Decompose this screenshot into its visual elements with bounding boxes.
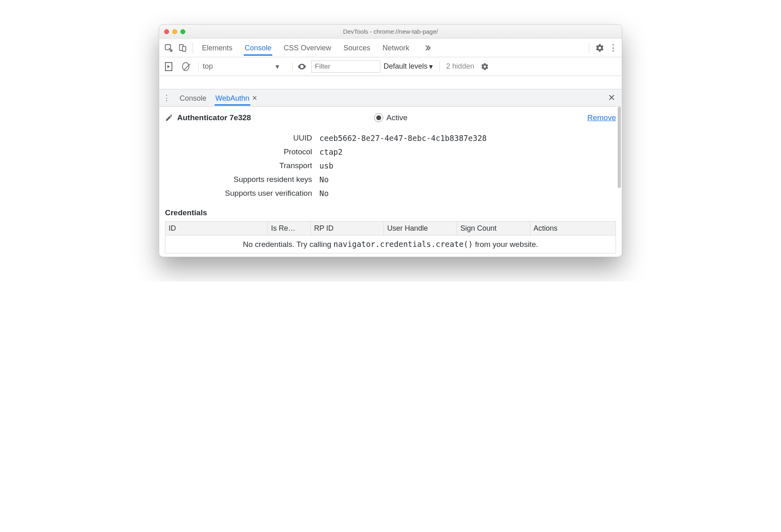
devtools-window: DevTools - chrome://new-tab-page/ Elemen… xyxy=(159,24,622,257)
divider xyxy=(193,43,193,53)
transport-key: Transport xyxy=(165,161,319,170)
protocol-key: Protocol xyxy=(165,147,319,156)
context-label: top xyxy=(203,62,213,71)
console-body xyxy=(159,76,622,89)
live-expression-eye-icon[interactable] xyxy=(296,62,308,71)
credentials-table: ID Is Re… RP ID User Handle Sign Count A… xyxy=(165,221,616,253)
divider xyxy=(589,43,589,53)
edit-pencil-icon[interactable] xyxy=(165,114,173,122)
empty-suffix: from your website. xyxy=(473,240,538,249)
close-drawer-icon[interactable]: ✕ xyxy=(608,93,615,103)
authenticator-header: Authenticator 7e328 Active Remove xyxy=(165,113,616,122)
filter-input[interactable] xyxy=(311,61,380,73)
divider xyxy=(439,61,440,72)
inspect-icon[interactable] xyxy=(162,41,176,55)
webauthn-panel: Authenticator 7e328 Active Remove UUID c… xyxy=(159,107,622,257)
window-title: DevTools - chrome://new-tab-page/ xyxy=(159,28,622,35)
console-toolbar: top ▾ Default levels▾ 2 hidden xyxy=(159,57,622,76)
remove-link[interactable]: Remove xyxy=(587,113,616,122)
console-sidebar-toggle-icon[interactable] xyxy=(162,60,176,74)
col-actions[interactable]: Actions xyxy=(530,222,616,235)
levels-label: Default levels xyxy=(384,62,427,71)
empty-code: navigator.credentials.create() xyxy=(334,240,473,249)
log-levels-selector[interactable]: Default levels▾ xyxy=(384,62,433,71)
col-rp-id[interactable]: RP ID xyxy=(311,222,384,235)
resident-key: Supports resident keys xyxy=(165,175,319,184)
hidden-messages-count[interactable]: 2 hidden xyxy=(446,62,474,71)
tab-console[interactable]: Console xyxy=(244,40,272,56)
empty-prefix: No credentials. Try calling xyxy=(243,240,334,249)
col-is-resident[interactable]: Is Re… xyxy=(268,222,311,235)
uuid-value: ceeb5662-8e27-4e47-8ebc-4c1b8387e328 xyxy=(319,134,616,143)
context-selector[interactable]: top ▾ xyxy=(198,62,293,71)
clear-console-icon[interactable] xyxy=(179,60,193,74)
more-tabs-chevron-icon[interactable] xyxy=(421,44,434,52)
uv-key: Supports user verification xyxy=(165,189,319,198)
resident-value: No xyxy=(319,175,616,184)
active-radio[interactable]: Active xyxy=(374,113,408,122)
credentials-table-header: ID Is Re… RP ID User Handle Sign Count A… xyxy=(165,222,616,236)
titlebar: DevTools - chrome://new-tab-page/ xyxy=(159,25,622,39)
close-tab-icon[interactable]: ✕ xyxy=(252,94,257,102)
drawer-tab-console[interactable]: Console xyxy=(179,90,207,106)
drawer-tab-webauthn[interactable]: WebAuthn xyxy=(215,90,250,106)
col-sign-count[interactable]: Sign Count xyxy=(457,222,530,235)
uv-value: No xyxy=(319,189,616,198)
transport-value: usb xyxy=(319,161,616,170)
console-settings-gear-icon[interactable] xyxy=(477,63,492,71)
authenticator-properties: UUID ceeb5662-8e27-4e47-8ebc-4c1b8387e32… xyxy=(165,134,616,198)
protocol-value: ctap2 xyxy=(319,147,616,156)
tab-css-overview[interactable]: CSS Overview xyxy=(283,40,332,56)
col-id[interactable]: ID xyxy=(165,222,268,235)
credentials-heading: Credentials xyxy=(165,208,616,217)
active-label: Active xyxy=(386,113,408,122)
credentials-empty-row: No credentials. Try calling navigator.cr… xyxy=(165,236,616,253)
svg-rect-2 xyxy=(182,46,186,51)
kebab-menu-icon[interactable]: ⋮ xyxy=(607,43,619,53)
drawer-kebab-menu-icon[interactable]: ⋮ xyxy=(162,93,171,102)
settings-gear-icon[interactable] xyxy=(592,43,607,52)
panel-tabs: Elements Console CSS Overview Sources Ne… xyxy=(201,40,586,56)
tab-elements[interactable]: Elements xyxy=(201,40,233,56)
drawer-tabs: ⋮ Console WebAuthn ✕ ✕ xyxy=(159,89,622,107)
authenticator-name: Authenticator 7e328 xyxy=(177,113,251,122)
uuid-key: UUID xyxy=(165,134,319,143)
tab-network[interactable]: Network xyxy=(382,40,410,56)
tab-sources[interactable]: Sources xyxy=(343,40,371,56)
main-toolbar: Elements Console CSS Overview Sources Ne… xyxy=(159,39,622,57)
scrollbar[interactable] xyxy=(618,107,621,188)
col-user-handle[interactable]: User Handle xyxy=(384,222,457,235)
device-toolbar-icon[interactable] xyxy=(176,41,189,55)
